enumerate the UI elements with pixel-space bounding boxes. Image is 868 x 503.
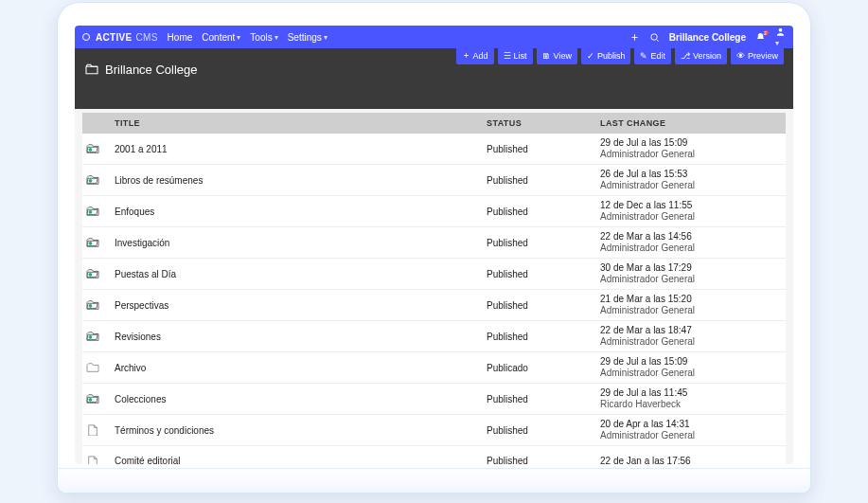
col-last-change[interactable]: LAST CHANGE	[596, 118, 786, 128]
row-title: Archivo	[111, 363, 483, 373]
notification-badge: 2	[763, 29, 770, 36]
publish-button[interactable]: ✓Publish	[581, 46, 631, 64]
row-user: Administrador General	[600, 180, 782, 191]
branch-icon: ⎇	[681, 51, 690, 61]
edit-button[interactable]: ✎Edit	[634, 46, 671, 64]
subheader-spacer	[75, 90, 793, 109]
list-icon: ☰	[504, 51, 511, 61]
add-icon[interactable]	[629, 32, 640, 43]
version-button[interactable]: ⎇Version	[675, 46, 727, 64]
row-user: Administrador General	[600, 243, 782, 254]
row-status: Published	[483, 238, 596, 248]
row-status: Published	[483, 456, 596, 464]
row-icon-cell	[82, 143, 111, 154]
publish-button-label: Publish	[597, 51, 626, 61]
row-date: 29 de Jul a las 15:09	[600, 137, 782, 149]
view-button-label: View	[554, 51, 572, 61]
col-status[interactable]: STATUS	[483, 118, 596, 128]
folder-open-green-icon	[86, 206, 99, 217]
table-row[interactable]: Libros de resúmenesPublished26 de Jul a …	[82, 165, 786, 196]
row-user: Ricardo Haverbeck	[600, 399, 782, 410]
row-icon-cell	[82, 268, 111, 279]
laptop-base	[58, 468, 810, 493]
user-menu[interactable]: ▾	[775, 27, 786, 47]
row-icon-cell	[82, 393, 111, 404]
table-row[interactable]: Términos y condicionesPublished20 de Apr…	[82, 415, 786, 446]
table-row[interactable]: Puestas al DíaPublished30 de Mar a las 1…	[82, 259, 786, 290]
org-name[interactable]: Brillance College	[669, 32, 746, 43]
row-title: Investigación	[111, 238, 483, 248]
table-row[interactable]: ArchivoPublicado29 de Jul a las 15:09Adm…	[82, 352, 786, 384]
row-status: Published	[483, 394, 596, 404]
row-status: Published	[483, 175, 596, 186]
table-row[interactable]: RevisionesPublished22 de Mar a las 18:47…	[82, 321, 786, 352]
row-title: Revisiones	[111, 332, 483, 342]
row-user: Administrador General	[600, 336, 782, 348]
brand-logo[interactable]: ACTIVECMS	[82, 32, 158, 43]
row-user: Administrador General	[600, 305, 782, 316]
table-body: 2001 a 2011Published29 de Jul a las 15:0…	[82, 134, 786, 464]
row-date: 29 de Jul a las 11:45	[600, 387, 782, 399]
svg-line-3	[656, 39, 658, 41]
table-row[interactable]: Comité editorialPublished22 de Jan a las…	[82, 446, 786, 464]
menu-settings[interactable]: Settings▾	[288, 32, 328, 43]
row-date: 22 de Mar a las 18:47	[600, 325, 782, 336]
list-button[interactable]: ☰List	[498, 46, 533, 64]
row-last-change: 20 de Apr a las 14:31Administrador Gener…	[596, 419, 786, 441]
menu-home[interactable]: Home	[168, 32, 193, 43]
brand-name: ACTIVE	[96, 32, 132, 43]
row-last-change: 26 de Jul a las 15:53Administrador Gener…	[596, 169, 786, 191]
row-title: Colecciones	[111, 394, 483, 404]
col-title[interactable]: TITLE	[111, 118, 483, 128]
menu-tools-label: Tools	[250, 32, 272, 43]
preview-button[interactable]: 👁Preview	[731, 46, 784, 64]
menu-content[interactable]: Content▾	[202, 32, 240, 43]
row-status: Publicado	[483, 363, 596, 373]
table-row[interactable]: ColeccionesPublished29 de Jul a las 11:4…	[82, 384, 786, 415]
row-icon-cell	[82, 206, 111, 217]
row-icon-cell	[82, 331, 111, 342]
view-button[interactable]: 🗎View	[537, 46, 577, 64]
row-date: 22 de Mar a las 14:56	[600, 231, 782, 243]
row-status: Published	[483, 144, 596, 154]
main-menu: Home Content▾ Tools▾ Settings▾	[168, 32, 328, 43]
menu-home-label: Home	[168, 32, 193, 43]
page-gray-icon	[86, 456, 99, 465]
laptop-frame: ACTIVECMS Home Content▾ Tools▾ Settings▾…	[57, 2, 811, 494]
menu-tools[interactable]: Tools▾	[250, 32, 277, 43]
chevron-down-icon: ▾	[237, 33, 240, 42]
content-table: TITLE STATUS LAST CHANGE 2001 a 2011Publ…	[75, 109, 793, 464]
table-row[interactable]: EnfoquesPublished12 de Dec a las 11:55Ad…	[82, 196, 786, 227]
row-icon-cell	[82, 456, 111, 465]
menu-content-label: Content	[202, 32, 235, 43]
row-title: Términos y condiciones	[111, 425, 483, 436]
brand-target-icon	[82, 33, 90, 41]
row-date: 29 de Jul a las 15:09	[600, 356, 782, 368]
table-row[interactable]: 2001 a 2011Published29 de Jul a las 15:0…	[82, 134, 786, 165]
row-icon-cell	[82, 362, 111, 373]
row-title: Perspectivas	[111, 300, 483, 311]
row-status: Published	[483, 332, 596, 342]
row-title: 2001 a 2011	[111, 144, 483, 154]
row-title: Comité editorial	[111, 456, 483, 464]
pencil-icon: ✎	[640, 51, 647, 61]
row-title: Puestas al Día	[111, 269, 483, 279]
notifications-button[interactable]: 2	[755, 32, 766, 43]
row-title: Enfoques	[111, 207, 483, 217]
table-row[interactable]: PerspectivasPublished21 de Mar a las 15:…	[82, 290, 786, 321]
folder-open-green-icon	[86, 299, 99, 311]
page-gray-icon	[86, 424, 99, 436]
row-date: 26 de Jul a las 15:53	[600, 169, 782, 180]
row-user: Administrador General	[600, 368, 782, 379]
row-icon-cell	[82, 299, 111, 311]
search-icon[interactable]	[649, 32, 660, 43]
chevron-down-icon: ▾	[275, 33, 278, 42]
add-button[interactable]: ＋Add	[456, 46, 494, 64]
eye-icon: 👁	[736, 51, 745, 61]
folder-open-green-icon	[86, 393, 99, 404]
row-user: Administrador General	[600, 211, 782, 223]
row-icon-cell	[82, 174, 111, 186]
table-row[interactable]: InvestigaciónPublished22 de Mar a las 14…	[82, 227, 786, 259]
folder-open-green-icon	[86, 268, 99, 279]
row-last-change: 30 de Mar a las 17:29Administrador Gener…	[596, 262, 786, 285]
